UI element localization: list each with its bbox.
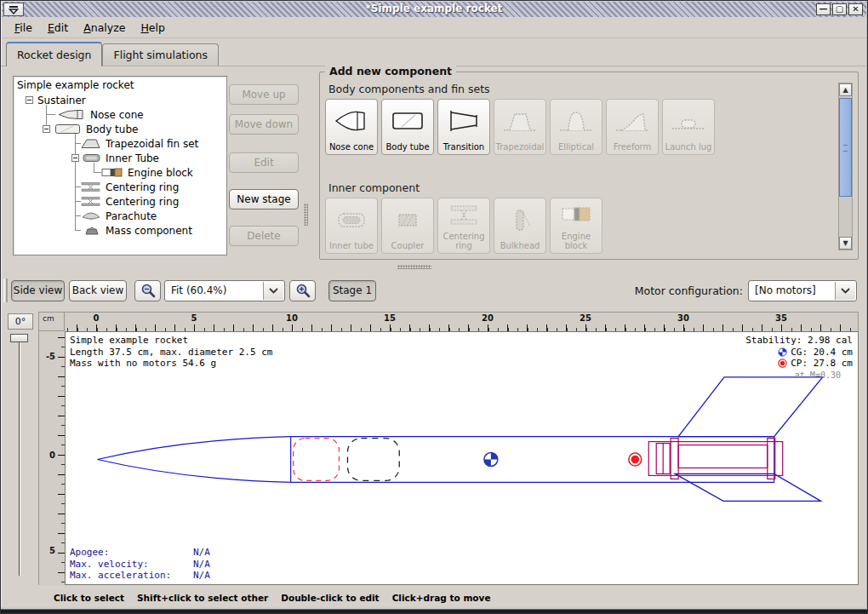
rocket-figure-area: 0° cm 0 5 10 15 20 25 30 35 -5 0 5 xyxy=(1,307,867,587)
tree-item-fin-set[interactable]: Trapezoidal fin set xyxy=(106,138,198,150)
add-trapezoidal-fin-button[interactable]: Trapezoidal xyxy=(494,99,546,155)
zoom-in-icon xyxy=(294,283,311,300)
add-elliptical-fin-button[interactable]: Elliptical xyxy=(550,99,602,155)
close-button[interactable]: ✕ xyxy=(848,3,863,15)
motor-configuration-value: [No motors] xyxy=(755,284,816,296)
stage1-toggle-button[interactable]: Stage 1 xyxy=(328,280,376,301)
chevron-down-icon xyxy=(835,282,855,300)
inner-component-buttons: Inner tube Coupler Centering ring xyxy=(325,198,602,254)
tree-item-engine-block[interactable]: Engine block xyxy=(128,167,193,179)
maximize-button[interactable]: ▢ xyxy=(832,3,847,15)
zoom-out-button[interactable] xyxy=(134,280,161,301)
rocket-info: Simple example rocket Length 37.5 cm, ma… xyxy=(70,335,272,370)
add-transition-button[interactable]: Transition xyxy=(437,99,490,155)
parachute-icon xyxy=(80,210,102,221)
component-tree[interactable]: Simple example rocket Sustainer Nose con… xyxy=(13,76,227,255)
add-bulkhead-button[interactable]: Bulkhead xyxy=(494,198,546,254)
rotation-slider-track[interactable] xyxy=(19,336,20,576)
cg-value: CG: 20.4 cm xyxy=(791,347,853,359)
apogee-value: N/A xyxy=(193,547,210,558)
move-down-button[interactable]: Move down xyxy=(229,114,299,135)
add-component-title: Add new component xyxy=(325,65,456,77)
scroll-up-arrow[interactable]: ▲ xyxy=(839,83,852,96)
ruler-label: 5 xyxy=(191,313,197,323)
zoom-in-button[interactable] xyxy=(289,280,316,301)
horizontal-ruler: 0 5 10 15 20 25 30 35 xyxy=(65,312,859,331)
tree-item-body-tube[interactable]: Body tube xyxy=(86,123,138,135)
body-tube-icon xyxy=(390,107,425,135)
tree-item-mass-component[interactable]: Mass component xyxy=(106,225,192,237)
menu-edit[interactable]: Edit xyxy=(40,19,76,37)
expander-body-tube[interactable] xyxy=(43,125,50,133)
status-bar: Click to select Shift+click to select ot… xyxy=(1,588,867,607)
tree-connector xyxy=(47,114,55,115)
motor-configuration-select[interactable]: [No motors] xyxy=(748,280,857,301)
main-tabs: Rocket design Flight simulations xyxy=(6,40,219,66)
tab-flight-simulations[interactable]: Flight simulations xyxy=(102,43,219,66)
expander-inner-tube[interactable] xyxy=(71,154,79,162)
trapezoidal-fin-icon xyxy=(502,107,538,135)
back-view-button[interactable]: Back view xyxy=(69,280,127,301)
cp-legend-icon xyxy=(778,359,787,368)
rotation-slider-handle[interactable] xyxy=(10,334,28,342)
new-stage-button[interactable]: New stage xyxy=(229,189,299,209)
ruler-ticks xyxy=(77,324,858,331)
cp-marker xyxy=(629,453,642,466)
menu-analyze[interactable]: Analyze xyxy=(76,19,133,37)
add-inner-tube-button[interactable]: Inner tube xyxy=(325,198,378,254)
scroll-down-arrow[interactable]: ▼ xyxy=(839,237,852,250)
tree-item-centering-ring-1[interactable]: Centering ring xyxy=(106,181,179,193)
tree-item-parachute[interactable]: Parachute xyxy=(106,210,157,222)
inner-tube-icon xyxy=(334,206,369,233)
side-view-button[interactable]: Side view xyxy=(11,280,65,301)
ruler-label: -5 xyxy=(46,352,55,361)
add-centering-ring-button[interactable]: Centering ring xyxy=(437,198,490,254)
bulkhead-icon xyxy=(502,206,538,233)
ruler-label: 20 xyxy=(482,313,494,323)
window-title: *Simple example rocket xyxy=(2,3,866,14)
add-body-tube-button[interactable]: Body tube xyxy=(381,99,434,155)
engine-block-icon xyxy=(100,167,124,178)
menu-help[interactable]: Help xyxy=(133,19,173,37)
vertical-splitter[interactable] xyxy=(304,204,308,226)
move-up-button[interactable]: Move up xyxy=(229,84,299,105)
title-bar[interactable]: *Simple example rocket — ▢ ✕ xyxy=(2,2,866,17)
horizontal-splitter[interactable] xyxy=(397,265,431,269)
add-launch-lug-button[interactable]: Launch lug xyxy=(662,99,715,155)
ruler-label: 25 xyxy=(580,313,591,323)
inner-component-label: Inner component xyxy=(328,181,420,194)
tab-rocket-design[interactable]: Rocket design xyxy=(6,42,102,66)
ruler-label: 10 xyxy=(286,313,298,323)
ruler-ticks xyxy=(58,337,65,585)
cg-marker xyxy=(484,453,498,467)
trapezoidal-fin-icon xyxy=(80,138,102,149)
ruler-label: 0 xyxy=(49,450,55,460)
tree-item-rocket[interactable]: Simple example rocket xyxy=(17,79,134,91)
component-panel-scrollbar[interactable]: ▲ ▼ xyxy=(838,83,853,250)
expander-sustainer[interactable] xyxy=(26,96,33,104)
menu-file[interactable]: File xyxy=(7,19,40,37)
rocket-design-panel: Simple example rocket Sustainer Nose con… xyxy=(1,66,867,264)
tree-item-nose-cone[interactable]: Nose cone xyxy=(90,109,144,121)
add-nose-cone-button[interactable]: Nose cone xyxy=(325,99,378,155)
edit-button[interactable]: Edit xyxy=(229,152,299,173)
centering-ring-icon xyxy=(80,181,102,192)
zoom-out-icon xyxy=(140,283,157,300)
hint-shift-click: Shift+click to select other xyxy=(137,593,268,603)
rocket-canvas[interactable]: Simple example rocket Length 37.5 cm, ma… xyxy=(65,331,859,585)
nose-cone-icon xyxy=(58,109,87,120)
inner-tube-icon xyxy=(82,152,102,164)
toolbar-grip[interactable] xyxy=(3,278,8,302)
tree-item-sustainer[interactable]: Sustainer xyxy=(37,95,86,106)
rotation-angle-field[interactable]: 0° xyxy=(8,313,33,330)
tree-item-inner-tube[interactable]: Inner Tube xyxy=(106,152,159,164)
zoom-level-select[interactable]: Fit (60.4%) xyxy=(164,280,285,301)
delete-button[interactable]: Delete xyxy=(229,226,299,246)
add-freeform-fin-button[interactable]: Freeform xyxy=(606,99,659,155)
add-engine-block-button[interactable]: Engine block xyxy=(550,198,602,254)
tree-item-centering-ring-2[interactable]: Centering ring xyxy=(106,196,179,208)
scrollbar-thumb[interactable] xyxy=(839,98,852,197)
minimize-button[interactable]: — xyxy=(816,3,831,15)
add-coupler-button[interactable]: Coupler xyxy=(381,198,434,254)
hint-double-click: Double-click to edit xyxy=(281,593,379,603)
